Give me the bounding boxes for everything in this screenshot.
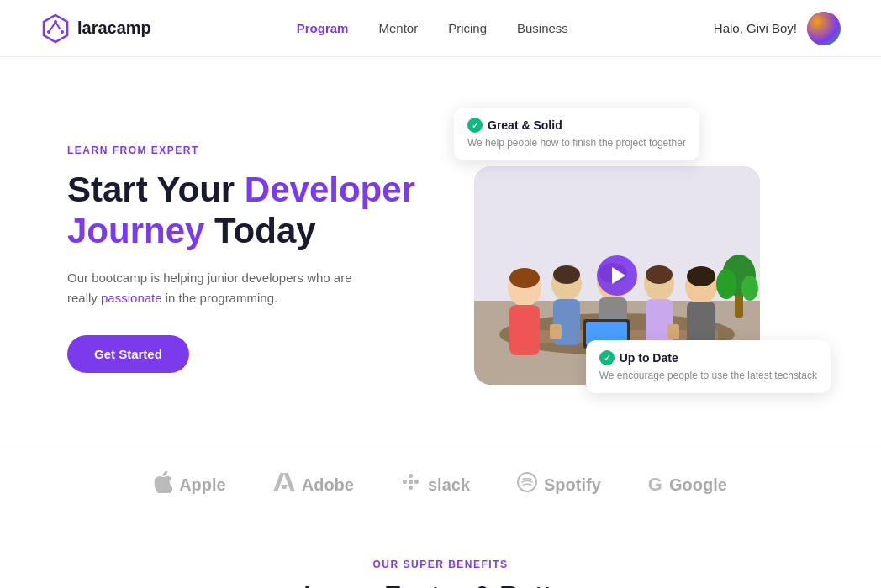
nav-item-mentor[interactable]: Mentor [378,21,418,35]
avatar-image [807,12,841,45]
card-great-solid: ✓ Great & Solid We help people how to fi… [454,108,699,160]
navbar: laracamp Program Mentor Pricing Business… [0,0,881,57]
apple-icon [154,471,172,498]
hero-description: Our bootcamp is helping junior developer… [67,268,353,308]
card-uptodate-title: ✓ Up to Date [599,350,817,365]
nav-item-business[interactable]: Business [517,21,568,35]
hero-title-normal: Start Your [67,170,235,209]
hero-label: LEARN FROM EXPERT [67,144,420,156]
partner-spotify-label: Spotify [544,475,601,495]
card-uptodate-text: We encourage people to use the latest te… [599,369,817,383]
hero-left: LEARN FROM EXPERT Start Your Developer J… [67,144,420,373]
partner-google: G Google [648,474,727,496]
partner-slack-label: slack [428,475,470,495]
svg-rect-26 [667,324,679,339]
avatar[interactable] [807,12,841,45]
svg-point-30 [741,276,758,301]
hero-section: LEARN FROM EXPERT Start Your Developer J… [0,57,881,444]
nav-greeting: Halo, Givi Boy! [714,21,797,35]
card-uptodate-title-text: Up to Date [620,351,678,365]
card-up-to-date: ✓ Up to Date We encourage people to use … [586,340,831,393]
partners-section: Apple Adobe slack [0,444,881,525]
benefits-label: OUR SUPER BENEFITS [67,559,814,570]
svg-point-19 [646,265,673,284]
benefits-title: Learn Faster & Better [67,580,814,588]
svg-rect-31 [403,480,407,484]
adobe-icon [273,473,295,496]
hero-right: ✓ Great & Solid We help people how to fi… [420,108,814,410]
svg-rect-33 [409,480,413,484]
nav-links: Program Mentor Pricing Business [297,21,568,36]
card-great-title: ✓ Great & Solid [467,118,686,133]
nav-item-pricing[interactable]: Pricing [448,21,487,35]
benefits-section: OUR SUPER BENEFITS Learn Faster & Better [0,525,881,588]
svg-point-22 [687,266,715,286]
check-icon-uptodate: ✓ [599,350,615,365]
svg-point-13 [553,265,580,284]
logo-icon [40,13,71,44]
slack-icon [401,472,421,497]
spotify-icon [517,472,537,497]
svg-rect-35 [414,480,419,484]
check-icon-great: ✓ [467,118,483,133]
nav-right: Halo, Givi Boy! [714,12,841,45]
svg-point-10 [509,268,540,288]
partner-spotify: Spotify [517,472,601,497]
partner-adobe: Adobe [273,473,354,496]
svg-rect-32 [409,474,413,478]
svg-rect-25 [550,324,562,339]
svg-point-0 [47,30,50,34]
play-icon [612,267,625,284]
partner-google-label: Google [669,475,727,495]
svg-point-2 [61,30,64,34]
svg-rect-34 [409,486,413,490]
svg-rect-9 [509,305,540,355]
card-great-text: We help people how to finish the project… [467,136,686,150]
partner-slack: slack [401,472,470,497]
partner-adobe-label: Adobe [302,475,354,495]
hero-title: Start Your Developer Journey Today [67,170,420,251]
svg-point-29 [716,269,736,299]
logo-link[interactable]: laracamp [40,13,151,44]
nav-item-program[interactable]: Program [297,21,349,35]
svg-point-36 [518,473,536,491]
hero-title-end: Today [214,211,316,250]
svg-point-1 [54,20,57,24]
get-started-button[interactable]: Get Started [67,335,189,373]
google-icon: G [648,474,662,496]
play-button[interactable] [597,255,637,296]
card-great-title-text: Great & Solid [488,118,562,132]
logo-text: laracamp [77,18,151,38]
partner-apple: Apple [154,471,226,498]
partner-apple-label: Apple [179,475,226,495]
hero-desc-highlight: passionate [101,291,162,305]
